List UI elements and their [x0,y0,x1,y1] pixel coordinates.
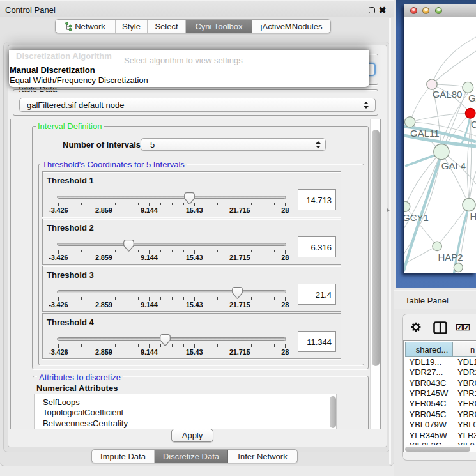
svg-text:HA: HA [470,211,476,222]
svg-text:GCY1: GCY1 [404,212,429,223]
svg-text:CY: CY [471,119,476,130]
svg-text:GA: GA [468,93,476,104]
svg-text:GAL4: GAL4 [441,160,466,171]
svg-text:GAL80: GAL80 [433,89,463,100]
svg-text:GAL11: GAL11 [410,128,440,139]
svg-text:HAP2: HAP2 [438,252,463,263]
